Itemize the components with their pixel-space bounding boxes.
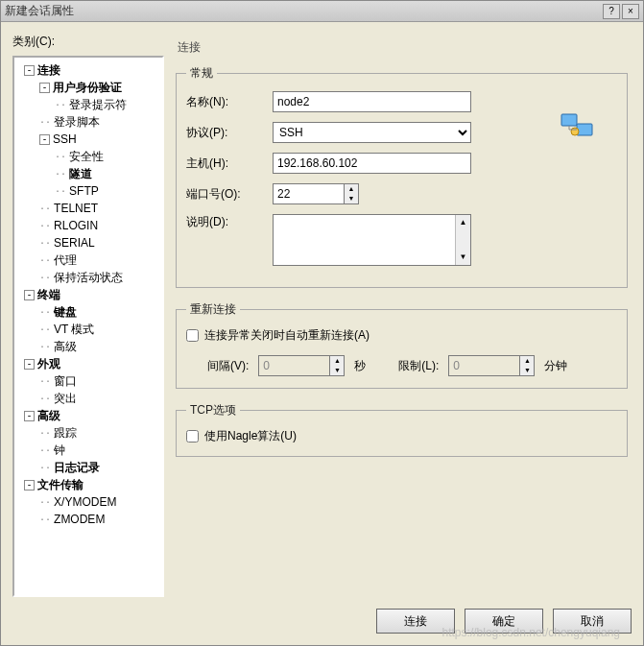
expander-icon[interactable]: - [24, 290, 35, 300]
tree-item-label: SERIAL [54, 236, 95, 250]
tree-item-label: X/YMODEM [54, 495, 116, 509]
expander-icon[interactable]: - [24, 359, 35, 370]
expander-icon[interactable]: - [39, 83, 50, 93]
tree-item-label: SFTP [69, 184, 99, 198]
tree-connector-icon: ·· [39, 463, 51, 473]
interval-label: 间隔(V): [207, 358, 249, 374]
tree-item[interactable]: ··窗口 [16, 372, 160, 390]
tree-connector-icon: ·· [39, 445, 51, 456]
tree-connector-icon: ·· [39, 221, 51, 231]
tree-connector-icon: ·· [39, 203, 51, 214]
tree-item[interactable]: -高级 [16, 407, 160, 424]
tree-item[interactable]: -用户身份验证 [16, 79, 160, 96]
tree-item[interactable]: ··键盘 [16, 303, 160, 321]
protocol-select[interactable]: SSH [273, 122, 471, 143]
tree-connector-icon: ·· [55, 169, 66, 179]
desc-label: 说明(D): [186, 214, 273, 230]
tree-connector-icon: ·· [39, 255, 51, 266]
category-tree[interactable]: -连接-用户身份验证··登录提示符··登录脚本-SSH··安全性··隧道··SF… [12, 56, 164, 597]
dialog-footer: 连接 确定 取消 https://blog.csdn.net/chengyuqi… [1, 603, 643, 645]
connect-button[interactable]: 连接 [376, 609, 455, 634]
tree-item[interactable]: -文件传输 [16, 476, 160, 493]
group-tcp: TCP选项 使用Nagle算法(U) [176, 402, 628, 457]
tree-item[interactable]: ··登录提示符 [16, 96, 160, 113]
tree-item-label: 文件传输 [37, 477, 83, 493]
tree-item[interactable]: ··日志记录 [16, 459, 160, 476]
auto-reconnect-checkbox[interactable] [186, 329, 199, 342]
tree-item-label: TELNET [54, 202, 98, 215]
tree-item[interactable]: ··登录脚本 [16, 113, 160, 131]
expander-icon[interactable]: - [39, 134, 50, 145]
tree-item-label: ZMODEM [54, 513, 105, 526]
tree-item[interactable]: -连接 [16, 61, 160, 79]
tree-item[interactable]: ··安全性 [16, 148, 160, 165]
spinner-arrows-icon[interactable]: ▲▼ [344, 183, 359, 204]
svg-rect-0 [561, 114, 577, 126]
tree-item[interactable]: ··隧道 [16, 165, 160, 182]
limit-spinner: ▲▼ [448, 355, 535, 376]
category-label: 类别(C): [12, 34, 164, 50]
help-button[interactable]: ? [603, 4, 620, 19]
name-label: 名称(N): [186, 94, 273, 110]
desc-scrollbar[interactable]: ▲▼ [455, 215, 470, 265]
window-title: 新建会话属性 [5, 3, 601, 19]
tree-connector-icon: ·· [39, 307, 51, 318]
tree-item-label: 高级 [54, 339, 77, 355]
close-button[interactable]: × [622, 4, 639, 19]
interval-input [258, 355, 329, 376]
tree-item-label: 连接 [37, 62, 60, 79]
tree-connector-icon: ·· [39, 117, 51, 128]
ok-button[interactable]: 确定 [465, 609, 543, 634]
svg-point-2 [571, 128, 579, 135]
tree-item-label: 代理 [54, 252, 77, 269]
legend-reconnect: 重新连接 [186, 301, 240, 318]
connection-icon [560, 91, 617, 275]
tree-item[interactable]: ··VT 模式 [16, 321, 160, 338]
tree-connector-icon: ·· [39, 324, 51, 335]
name-input[interactable] [273, 91, 471, 112]
tree-item[interactable]: ··SERIAL [16, 234, 160, 251]
tree-item[interactable]: ··RLOGIN [16, 217, 160, 234]
expander-icon[interactable]: - [24, 480, 35, 490]
port-input[interactable] [273, 183, 344, 204]
tree-item[interactable]: ··钟 [16, 442, 160, 459]
limit-label: 限制(L): [398, 358, 439, 374]
tree-connector-icon: ·· [39, 428, 51, 439]
tree-item[interactable]: ··突出 [16, 390, 160, 407]
cancel-button[interactable]: 取消 [553, 609, 632, 634]
tree-item[interactable]: -终端 [16, 286, 160, 303]
tree-connector-icon: ·· [39, 342, 51, 352]
tree-connector-icon: ·· [39, 497, 51, 508]
legend-tcp: TCP选项 [186, 402, 240, 419]
host-input[interactable] [273, 153, 471, 174]
tree-connector-icon: ·· [55, 186, 66, 197]
tree-connector-icon: ·· [39, 376, 51, 387]
tree-item[interactable]: ··代理 [16, 251, 160, 269]
tree-item-label: 终端 [37, 287, 60, 303]
tree-connector-icon: ·· [55, 152, 66, 162]
port-spinner[interactable]: ▲▼ [273, 183, 359, 204]
tree-item-label: 突出 [54, 391, 77, 407]
tree-item[interactable]: ··跟踪 [16, 424, 160, 442]
tree-item[interactable]: ··SFTP [16, 182, 160, 200]
expander-icon[interactable]: - [24, 411, 35, 421]
tree-item[interactable]: ··高级 [16, 338, 160, 355]
tree-item[interactable]: -外观 [16, 355, 160, 372]
right-column: 连接 常规 名称(N): 协议(P): SSH [170, 34, 633, 597]
tree-item[interactable]: ··保持活动状态 [16, 269, 160, 286]
limit-input [448, 355, 519, 376]
tree-item[interactable]: ··ZMODEM [16, 511, 160, 528]
desc-textarea[interactable]: ▲▼ [273, 214, 471, 266]
tree-item[interactable]: ··X/YMODEM [16, 493, 160, 511]
tree-item[interactable]: -SSH [16, 131, 160, 148]
group-reconnect: 重新连接 连接异常关闭时自动重新连接(A) 间隔(V): ▲▼ 秒 限制(L): [176, 301, 628, 389]
tree-item-label: 高级 [37, 408, 60, 424]
limit-unit: 分钟 [544, 358, 567, 374]
panel-title: 连接 [170, 34, 633, 65]
tree-item[interactable]: ··TELNET [16, 200, 160, 217]
expander-icon[interactable]: - [24, 65, 35, 76]
tree-connector-icon: ·· [39, 514, 51, 525]
tree-item-label: 钟 [54, 443, 65, 459]
nagle-checkbox[interactable] [186, 430, 199, 443]
content-area: 类别(C): -连接-用户身份验证··登录提示符··登录脚本-SSH··安全性·… [1, 22, 643, 603]
